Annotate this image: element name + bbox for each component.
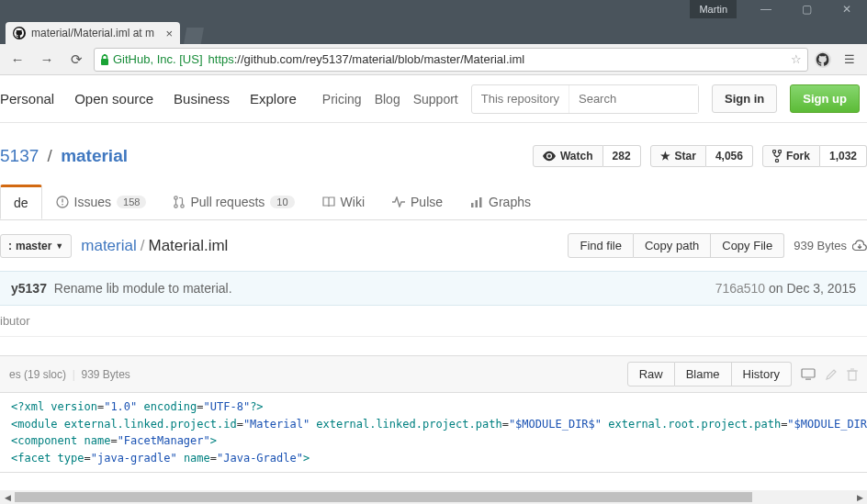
nav-personal[interactable]: Personal — [0, 91, 54, 106]
issues-count-badge: 158 — [117, 196, 146, 208]
svg-point-4 — [547, 154, 551, 158]
svg-rect-15 — [476, 200, 479, 207]
browser-toolbar: ← → ⟳ GitHub, Inc. [US] https://github.c… — [0, 44, 867, 75]
eye-icon — [543, 151, 556, 162]
repo-name-link[interactable]: material — [61, 146, 128, 165]
desktop-icon[interactable] — [801, 368, 816, 381]
extension-github-icon[interactable] — [814, 50, 832, 69]
forward-button[interactable]: → — [35, 48, 59, 72]
file-actions: Find file Copy path Copy File — [568, 233, 784, 258]
nav-support[interactable]: Support — [413, 92, 458, 106]
fork-count[interactable]: 1,032 — [820, 145, 867, 167]
file-content: <?xml version="1.0" encoding="UTF-8"?> <… — [0, 393, 867, 472]
copy-file-button[interactable]: Copy File — [711, 233, 784, 258]
horizontal-scrollbar[interactable]: ◀ ▶ — [0, 490, 867, 504]
cloud-download-icon[interactable] — [852, 239, 867, 253]
breadcrumb: material/Material.iml — [81, 237, 228, 255]
star-count[interactable]: 4,056 — [706, 145, 753, 167]
arrow-left-icon: ← — [11, 51, 25, 67]
browser-tab[interactable]: material/Material.iml at m × — [6, 22, 180, 44]
maximize-button[interactable]: ▢ — [786, 0, 827, 18]
tab-code[interactable]: de — [0, 185, 42, 219]
svg-point-6 — [778, 150, 781, 152]
close-button[interactable]: ✕ — [827, 0, 867, 18]
user-badge[interactable]: Martin — [690, 0, 737, 18]
svg-point-7 — [775, 159, 778, 162]
scroll-right-arrow-icon[interactable]: ▶ — [852, 490, 867, 504]
tab-wiki[interactable]: Wiki — [309, 185, 378, 218]
watch-count[interactable]: 282 — [603, 145, 641, 167]
back-button[interactable]: ← — [6, 48, 29, 72]
file-header: es (19 sloc) | 939 Bytes Raw Blame Histo… — [0, 356, 867, 393]
tab-issues[interactable]: Issues158 — [42, 185, 161, 218]
star-icon: ★ — [660, 150, 670, 162]
pencil-icon[interactable] — [825, 368, 838, 381]
find-file-button[interactable]: Find file — [568, 233, 634, 258]
svg-point-5 — [772, 150, 775, 152]
repo-owner-link[interactable]: 5137 — [0, 146, 39, 165]
contributors-bar: ibutor — [0, 306, 867, 337]
breadcrumb-root[interactable]: material — [81, 237, 136, 254]
tab-pull-requests[interactable]: Pull requests10 — [160, 185, 308, 218]
git-pull-request-icon — [174, 196, 185, 208]
raw-button[interactable]: Raw — [627, 362, 675, 386]
nav-explore[interactable]: Explore — [250, 91, 297, 106]
svg-rect-17 — [802, 369, 815, 377]
svg-rect-18 — [805, 378, 811, 379]
tab-pulse[interactable]: Pulse — [378, 185, 456, 218]
bookmark-star-icon[interactable]: ☆ — [791, 52, 802, 66]
url-text: https://github.com/rey5137/material/blob… — [208, 52, 525, 66]
new-tab-button[interactable] — [184, 28, 204, 44]
book-icon — [322, 196, 335, 208]
nav-blog[interactable]: Blog — [375, 92, 400, 106]
window-titlebar: Martin — ▢ ✕ — [0, 0, 867, 18]
commit-author[interactable]: y5137 — [11, 281, 47, 296]
tab-close-icon[interactable]: × — [165, 27, 173, 40]
github-header: Personal Open source Business Explore Pr… — [0, 75, 867, 123]
search-scope[interactable]: This repository — [472, 85, 569, 113]
github-mark-icon — [815, 51, 831, 68]
svg-rect-16 — [479, 197, 482, 207]
blame-button[interactable]: Blame — [675, 362, 732, 386]
close-icon: ✕ — [842, 3, 851, 16]
minimize-button[interactable]: — — [746, 0, 786, 18]
search-box[interactable]: This repository — [471, 84, 699, 114]
watch-button[interactable]: Watch 282 — [533, 145, 641, 167]
sign-in-button[interactable]: Sign in — [712, 84, 777, 113]
nav-business[interactable]: Business — [174, 91, 230, 106]
commit-message[interactable]: Rename lib module to material. — [54, 281, 232, 296]
scrollbar-track[interactable] — [15, 490, 852, 504]
tab-graphs[interactable]: Graphs — [456, 185, 545, 218]
file-size-label: 939 Bytes — [794, 239, 847, 252]
secure-org-label: GitHub, Inc. [US] — [113, 52, 203, 66]
browser-menu-button[interactable]: ☰ — [838, 52, 861, 66]
svg-rect-14 — [471, 203, 474, 207]
repo-title: 5137 / material — [0, 146, 128, 166]
nav-pricing[interactable]: Pricing — [322, 92, 362, 106]
code-line: <facet type="java-gradle" name="Java-Gra… — [11, 450, 856, 467]
scroll-left-arrow-icon[interactable]: ◀ — [0, 490, 15, 504]
sign-up-button[interactable]: Sign up — [790, 84, 860, 113]
pulls-count-badge: 10 — [270, 196, 294, 208]
primary-nav: Personal Open source Business Explore — [0, 91, 297, 106]
address-bar[interactable]: GitHub, Inc. [US] https://github.com/rey… — [94, 48, 808, 72]
search-input[interactable] — [569, 85, 698, 113]
trash-icon[interactable] — [847, 368, 858, 381]
browser-tabstrip: material/Material.iml at m × — [0, 18, 867, 44]
svg-point-13 — [181, 204, 184, 207]
copy-path-button[interactable]: Copy path — [634, 233, 711, 258]
minimize-icon: — — [760, 3, 771, 16]
fork-button[interactable]: Fork 1,032 — [762, 145, 867, 167]
history-button[interactable]: History — [732, 362, 792, 386]
commit-sha[interactable]: 716a510 — [715, 281, 766, 296]
commit-tease: y5137 Rename lib module to material. 716… — [0, 271, 867, 306]
branch-select[interactable]: : master ▼ — [0, 234, 72, 258]
svg-point-12 — [175, 204, 177, 207]
secure-origin-chip[interactable]: GitHub, Inc. [US] — [100, 52, 203, 66]
nav-open-source[interactable]: Open source — [74, 91, 153, 106]
svg-rect-19 — [849, 371, 856, 380]
svg-rect-2 — [101, 59, 108, 65]
scrollbar-thumb[interactable] — [15, 492, 752, 502]
reload-button[interactable]: ⟳ — [64, 48, 88, 72]
star-button[interactable]: ★Star 4,056 — [650, 145, 753, 167]
